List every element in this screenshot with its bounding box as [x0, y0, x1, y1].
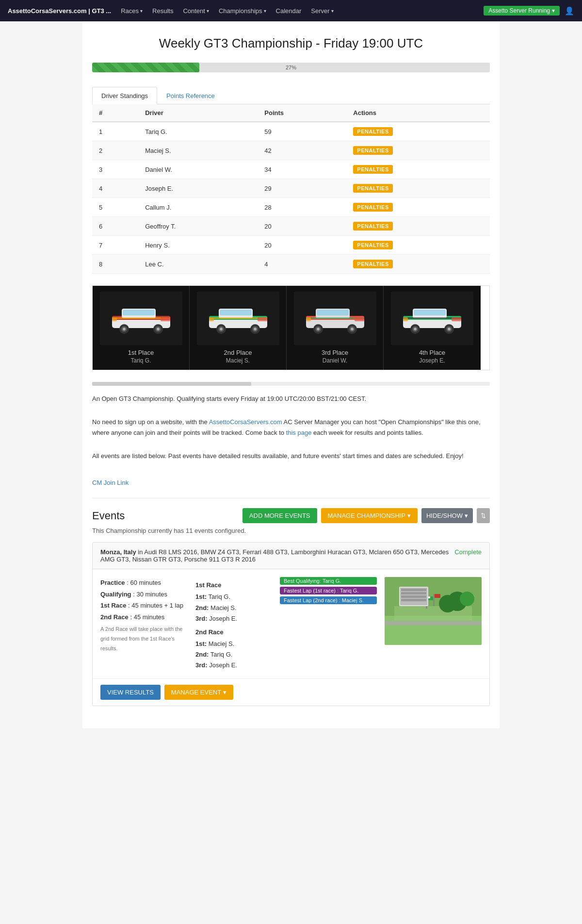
progress-bar [92, 63, 199, 72]
qualifying-info: Qualifying : 30 minutes [100, 589, 188, 600]
penalties-button[interactable]: PENALTIES [353, 222, 392, 231]
championships-dropdown-arrow: ▾ [264, 8, 266, 14]
penalties-button[interactable]: PENALTIES [353, 165, 392, 174]
event-badges-column: Best Qualifying: Tariq G. Fastest Lap (1… [280, 577, 377, 671]
car-place: 1st Place [98, 349, 183, 356]
cell-rank: 4 [92, 179, 138, 198]
car-gallery-item: 4th Place Joseph E. [384, 286, 481, 370]
tab-points-reference[interactable]: Points Reference [157, 87, 224, 104]
event-card-body: Practice : 60 minutes Qualifying : 30 mi… [93, 569, 489, 678]
nav-calendar[interactable]: Calendar [272, 5, 306, 16]
table-row: 2 Maciej S. 42 PENALTIES [92, 141, 490, 160]
events-count: This Championship currently has 11 event… [92, 527, 490, 534]
svg-rect-29 [317, 310, 349, 315]
cm-join-link[interactable]: CM Join Link [92, 479, 490, 486]
cell-driver: Callum J. [138, 198, 258, 217]
car-svg [301, 299, 369, 338]
penalties-button[interactable]: PENALTIES [353, 146, 392, 155]
practice-info: Practice : 60 minutes [100, 577, 188, 588]
svg-rect-51 [403, 317, 408, 321]
svg-point-57 [439, 595, 456, 612]
svg-point-10 [157, 328, 160, 330]
gallery-scrollbar[interactable] [92, 382, 490, 386]
cell-points: 20 [258, 217, 346, 236]
car-gallery-item: 1st Place Tariq G. [93, 286, 190, 370]
svg-point-7 [123, 328, 126, 330]
penalties-button[interactable]: PENALTIES [353, 241, 392, 249]
description-line2: No need to sign up on a website, with th… [92, 417, 490, 438]
description-line1: An Open GT3 Championship. Qualifying sta… [92, 394, 490, 404]
events-section-title: Events [92, 510, 239, 522]
svg-rect-24 [258, 317, 267, 321]
svg-rect-66 [401, 589, 426, 591]
svg-point-23 [254, 328, 257, 330]
nav-championships[interactable]: Championships ▾ [215, 5, 270, 16]
penalties-button[interactable]: PENALTIES [353, 127, 392, 136]
event-results: 1st Race 1st: Tariq G. 2nd: Maciej S. 3r… [195, 577, 272, 671]
nav-server[interactable]: Server ▾ [307, 5, 337, 16]
navbar: AssettoCorsaServers.com | GT3 ... Races … [0, 0, 582, 21]
badge-fastest-lap-2: Fastest Lap (2nd race) : Maciej S. [280, 596, 377, 604]
penalties-button[interactable]: PENALTIES [353, 203, 392, 212]
events-header: Events ADD MORE EVENTS MANAGE CHAMPIONSH… [92, 498, 490, 523]
race1-info: 1st Race : 45 minutes + 1 lap [100, 600, 188, 611]
reorder-button[interactable]: ⇅ [477, 508, 490, 523]
race1-p1: 1st: Tariq G. [195, 592, 272, 602]
nav-content[interactable]: Content ▾ [179, 5, 213, 16]
tab-driver-standings[interactable]: Driver Standings [92, 87, 157, 104]
race-note: A 2nd Race will take place with the grid… [100, 625, 188, 653]
cell-actions: PENALTIES [346, 122, 490, 141]
user-icon[interactable]: 👤 [565, 6, 574, 16]
manage-championship-button[interactable]: MANAGE CHAMPIONSHIP ▾ [321, 508, 418, 523]
svg-rect-12 [112, 317, 117, 321]
description-line3: All events are listed below. Past events… [92, 451, 490, 462]
server-dropdown-arrow: ▾ [331, 8, 334, 14]
race1-p3: 3rd: Joseph E. [195, 613, 272, 624]
event-card-footer: VIEW RESULTS MANAGE EVENT ▾ [93, 678, 489, 706]
svg-point-49 [448, 328, 451, 330]
cell-points: 59 [258, 122, 346, 141]
svg-rect-25 [209, 317, 214, 321]
car-svg [398, 299, 466, 338]
table-header-row: # Driver Points Actions [92, 104, 490, 122]
nav-races[interactable]: Races ▾ [117, 5, 146, 16]
car-gallery: 1st Place Tariq G. 2nd Place Maciej S. [92, 285, 490, 370]
svg-rect-42 [414, 310, 446, 315]
svg-rect-11 [161, 317, 170, 321]
car-driver: Daniel W. [292, 357, 377, 364]
cell-driver: Geoffroy T. [138, 217, 258, 236]
car-image [100, 292, 182, 345]
server-status-button[interactable]: Assetto Server Running ▾ [484, 6, 560, 16]
standings-table: # Driver Points Actions 1 Tariq G. 59 PE… [92, 104, 490, 274]
this-page-link[interactable]: this page [286, 429, 312, 436]
col-rank: # [92, 104, 138, 122]
svg-point-20 [220, 328, 223, 330]
track-image-svg [385, 577, 482, 645]
penalties-button[interactable]: PENALTIES [353, 184, 392, 193]
cell-rank: 1 [92, 122, 138, 141]
table-row: 3 Daniel W. 34 PENALTIES [92, 160, 490, 179]
hide-show-button[interactable]: HIDE/SHOW ▾ [421, 508, 473, 523]
view-results-button[interactable]: VIEW RESULTS [100, 685, 161, 700]
badge-fastest-lap-1: Fastest Lap (1st race) : Tariq G. [280, 587, 377, 594]
cell-actions: PENALTIES [346, 160, 490, 179]
main-content: Weekly GT3 Championship - Friday 19:00 U… [82, 21, 500, 728]
event-card-title: Monza, Italy in Audi R8 LMS 2016, BMW Z4… [100, 548, 450, 563]
car-gallery-item: 2nd Place Maciej S. [190, 286, 287, 370]
svg-point-33 [317, 328, 320, 330]
manage-event-button[interactable]: MANAGE EVENT ▾ [164, 685, 233, 700]
races-dropdown-arrow: ▾ [140, 8, 143, 14]
nav-results[interactable]: Results [148, 5, 177, 16]
car-driver: Joseph E. [389, 357, 475, 364]
svg-rect-58 [385, 621, 482, 626]
add-more-events-button[interactable]: ADD MORE EVENTS [242, 508, 317, 523]
car-svg [107, 299, 175, 338]
col-points: Points [258, 104, 346, 122]
penalties-button[interactable]: PENALTIES [353, 260, 392, 268]
server-status-arrow: ▾ [552, 7, 555, 14]
car-driver: Maciej S. [195, 357, 280, 364]
badge-best-qualifying: Best Qualifying: Tariq G. [280, 577, 377, 585]
table-row: 6 Geoffroy T. 20 PENALTIES [92, 217, 490, 236]
cell-rank: 6 [92, 217, 138, 236]
acs-link[interactable]: AssettoCorsaServers.com [209, 418, 282, 426]
